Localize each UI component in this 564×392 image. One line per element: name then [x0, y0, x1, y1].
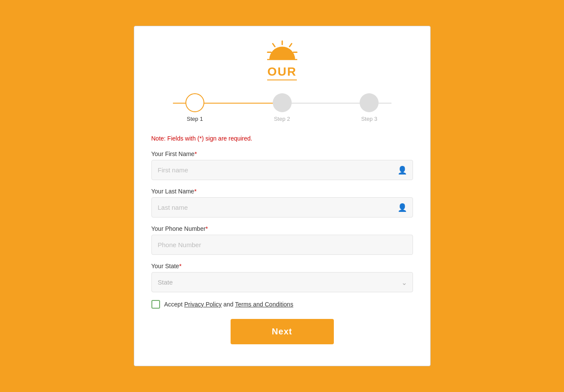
svg-line-3: [273, 44, 275, 47]
step-3-circle: [360, 93, 379, 112]
next-button[interactable]: Next: [231, 319, 334, 344]
phone-input-wrapper: [151, 235, 413, 255]
svg-line-1: [290, 44, 292, 47]
accept-text: Accept Privacy Policy and Terms and Cond…: [164, 301, 293, 308]
accept-checkbox[interactable]: [151, 300, 160, 309]
privacy-policy-link[interactable]: Privacy Policy: [184, 301, 222, 308]
phone-input[interactable]: [151, 235, 413, 255]
first-name-group: Your First Name* 👤: [151, 150, 413, 180]
person-icon-last: 👤: [398, 203, 407, 212]
step-2-circle: [273, 93, 292, 112]
step-1-label: Step 1: [187, 116, 203, 122]
last-name-group: Your Last Name* 👤: [151, 188, 413, 217]
phone-group: Your Phone Number*: [151, 225, 413, 255]
terms-conditions-link[interactable]: Terms and Conditions: [235, 301, 293, 308]
last-name-input-wrapper: 👤: [151, 197, 413, 217]
accept-terms-row: Accept Privacy Policy and Terms and Cond…: [151, 300, 413, 309]
step-1: Step 1: [151, 93, 239, 122]
step-3: Step 3: [326, 93, 413, 122]
first-name-input-wrapper: 👤: [151, 160, 413, 180]
logo-area: OUR: [151, 39, 413, 80]
form-card: OUR Step 1 Step 2 Step 3 Note: Fields wi…: [134, 26, 431, 366]
sun-logo-icon: [265, 39, 299, 65]
logo-text: OUR: [267, 65, 296, 80]
state-select-wrapper: State Alabama Alaska Arizona California …: [151, 272, 413, 292]
step-1-circle: [185, 93, 204, 112]
phone-label: Your Phone Number*: [151, 225, 413, 232]
state-select[interactable]: State Alabama Alaska Arizona California …: [151, 272, 413, 292]
state-label: Your State*: [151, 263, 413, 270]
first-name-label: Your First Name*: [151, 150, 413, 157]
last-name-input[interactable]: [151, 197, 413, 217]
step-2-label: Step 2: [274, 116, 290, 122]
first-name-input[interactable]: [151, 160, 413, 180]
step-2: Step 2: [238, 93, 326, 122]
steps-bar: Step 1 Step 2 Step 3: [151, 93, 413, 122]
state-group: Your State* State Alabama Alaska Arizona…: [151, 263, 413, 292]
step-3-label: Step 3: [361, 116, 377, 122]
last-name-label: Your Last Name*: [151, 188, 413, 195]
person-icon-first: 👤: [398, 165, 407, 175]
required-note: Note: Fields with (*) sign are required.: [151, 135, 413, 142]
